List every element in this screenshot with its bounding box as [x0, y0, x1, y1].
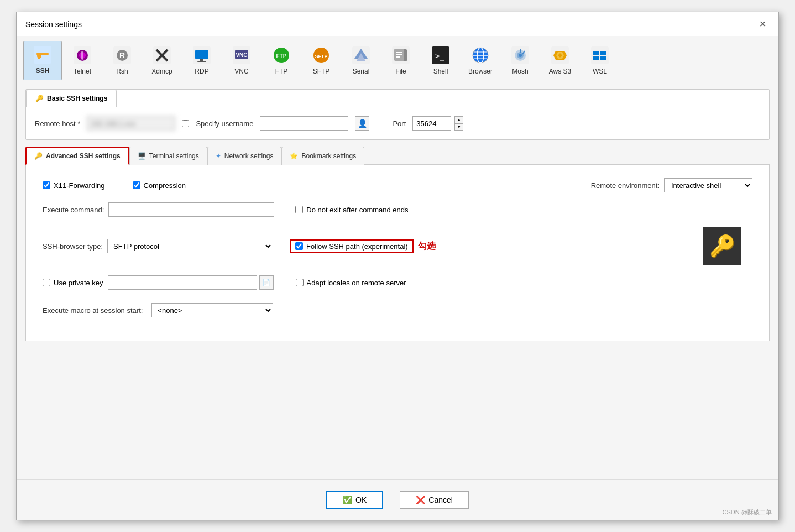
port-input[interactable] [412, 116, 451, 131]
tab-rsh[interactable]: R Rsh [103, 41, 142, 80]
compression-checkbox[interactable] [133, 181, 140, 189]
tab-sftp[interactable]: SFTP SFTP [302, 41, 341, 80]
tab-rdp[interactable]: RDP [182, 41, 221, 80]
follow-ssh-box: Follow SSH path (experimental) [290, 239, 414, 253]
tab-shell[interactable]: >_ Shell [421, 41, 460, 80]
remote-env-group: Remote environment: Interactive shell Cu… [591, 178, 752, 192]
tab-sftp-label: SFTP [313, 67, 330, 75]
wsl-icon [590, 45, 610, 65]
private-key-input[interactable] [108, 275, 257, 290]
protocol-tabs-bar: SSH Telnet R Rsh [17, 36, 778, 80]
svg-rect-53 [600, 51, 606, 55]
file-icon [391, 45, 411, 65]
do-not-exit-checkbox[interactable] [295, 206, 303, 213]
port-spin-down[interactable]: ▼ [454, 123, 463, 131]
tab-ftp-label: FTP [275, 67, 288, 75]
compression-label[interactable]: Compression [133, 181, 186, 190]
tab-browser[interactable]: Browser [461, 41, 500, 80]
sftp-icon: SFTP [311, 45, 331, 65]
cancel-button[interactable]: ❌ Cancel [400, 491, 469, 509]
close-button[interactable]: ✕ [756, 18, 770, 30]
svg-rect-17 [197, 61, 206, 62]
svg-point-44 [519, 54, 522, 57]
svg-text:R: R [119, 51, 125, 60]
tab-bookmark-settings[interactable]: ⭐ Bookmark settings [281, 147, 364, 165]
basic-ssh-tab[interactable]: 🔑 Basic SSH settings [26, 90, 117, 107]
tab-advanced-ssh[interactable]: 🔑 Advanced SSH settings [25, 147, 129, 165]
port-spin-up[interactable]: ▲ [454, 116, 463, 123]
mosh-icon [510, 45, 530, 65]
tab-vnc[interactable]: VNC VNC [222, 41, 261, 80]
tab-xdmcp-label: Xdmcp [151, 67, 172, 75]
tab-terminal-settings[interactable]: 🖥️ Terminal settings [129, 147, 207, 165]
tab-mosh[interactable]: Mosh [501, 41, 540, 80]
session-settings-dialog: Session settings ✕ SSH [16, 12, 779, 520]
cancel-label: Cancel [428, 496, 453, 504]
adapt-locales-checkbox[interactable] [296, 279, 304, 286]
remote-env-select[interactable]: Interactive shell Custom command SFTP No… [664, 178, 752, 192]
tab-serial[interactable]: Serial [342, 41, 380, 80]
tab-telnet-label: Telnet [74, 67, 91, 75]
execute-command-input[interactable] [108, 202, 274, 217]
specify-username-checkbox[interactable] [182, 120, 189, 127]
ok-button[interactable]: ✅ OK [326, 491, 383, 509]
terminal-icon: 🖥️ [138, 152, 146, 160]
x11-forwarding-label[interactable]: X11-Forwarding [43, 181, 105, 190]
tab-shell-label: Shell [433, 67, 448, 75]
port-label: Port [393, 119, 406, 128]
use-private-key-label[interactable]: Use private key [43, 279, 103, 287]
svg-text:FTP: FTP [276, 53, 287, 59]
ssh-icon [33, 45, 53, 65]
private-key-row: Use private key 📄 Adapt locales on remot… [43, 275, 752, 290]
shell-icon: >_ [431, 45, 451, 65]
svg-rect-15 [195, 50, 208, 59]
execute-command-label: Execute command: [43, 206, 104, 214]
key-icon-box: 🔑 [703, 227, 741, 265]
specify-username-label[interactable]: Specify username [196, 119, 253, 128]
serial-icon [351, 45, 371, 65]
advanced-tabs-bar: 🔑 Advanced SSH settings 🖥️ Terminal sett… [25, 147, 770, 165]
follow-ssh-label[interactable]: Follow SSH path (experimental) [295, 242, 408, 251]
basic-ssh-body: Remote host * Specify username 👤 Port ▲ … [26, 107, 769, 139]
tab-ssh[interactable]: SSH [23, 41, 62, 80]
svg-rect-16 [200, 59, 203, 61]
tab-ftp[interactable]: FTP FTP [262, 41, 301, 80]
network-icon: ✦ [216, 152, 221, 160]
user-icon-button[interactable]: 👤 [355, 116, 369, 131]
network-label: Network settings [224, 152, 274, 160]
tab-awss3[interactable]: Aws S3 [541, 41, 579, 80]
remote-host-input[interactable] [87, 116, 175, 131]
follow-ssh-group: Follow SSH path (experimental) 勾选 [290, 239, 436, 253]
execute-row: Execute command: Do not exit after comma… [43, 202, 752, 217]
do-not-exit-label[interactable]: Do not exit after command ends [295, 206, 408, 214]
bookmark-label: Bookmark settings [301, 152, 356, 160]
tab-xdmcp[interactable]: Xdmcp [143, 41, 181, 80]
follow-ssh-checkbox[interactable] [295, 242, 303, 250]
basic-settings-row: Remote host * Specify username 👤 Port ▲ … [35, 116, 760, 131]
tab-telnet[interactable]: Telnet [63, 41, 102, 80]
svg-rect-7 [81, 51, 83, 60]
browse-button[interactable]: 📄 [259, 275, 274, 290]
tab-wsl[interactable]: WSL [580, 41, 619, 80]
ssh-browser-select[interactable]: SFTP protocol SCP protocol None [107, 239, 273, 253]
title-bar: Session settings ✕ [17, 12, 778, 36]
macro-select[interactable]: <none> [151, 303, 273, 317]
username-input[interactable] [260, 116, 348, 131]
tab-file[interactable]: File [381, 41, 420, 80]
tab-vnc-label: VNC [234, 67, 248, 75]
svg-rect-32 [396, 54, 402, 55]
rsh-icon: R [112, 45, 132, 65]
adv-row-1: X11-Forwarding Compression Remote enviro… [43, 178, 752, 192]
adapt-locales-label[interactable]: Adapt locales on remote server [296, 279, 406, 287]
macro-row: Execute macro at session start: <none> [43, 303, 752, 317]
tab-network-settings[interactable]: ✦ Network settings [207, 147, 282, 165]
awss3-icon [550, 45, 570, 65]
x11-forwarding-checkbox[interactable] [43, 181, 50, 189]
use-private-key-checkbox[interactable] [43, 279, 50, 286]
annotation-text: 勾选 [418, 241, 436, 252]
svg-text:VNC: VNC [236, 52, 247, 58]
svg-text:SFTP: SFTP [315, 54, 327, 59]
cancel-icon: ❌ [416, 496, 425, 504]
ftp-icon: FTP [271, 45, 291, 65]
vnc-icon: VNC [232, 45, 252, 65]
